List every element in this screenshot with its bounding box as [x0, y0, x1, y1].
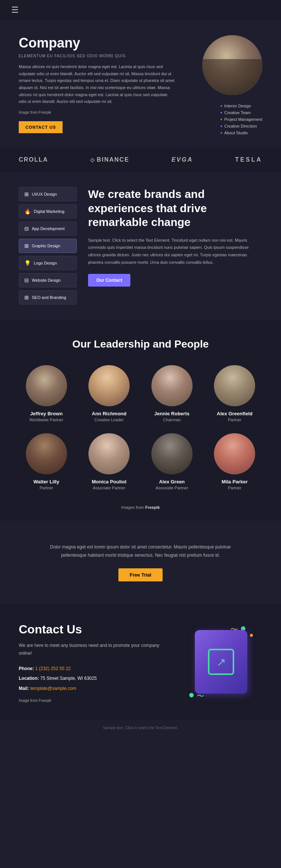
person-alex-greenfield: Alex Greenfield Partner — [207, 365, 263, 422]
service-uiux[interactable]: ⊞UI/UX Design — [19, 187, 77, 201]
navbar: ☰ — [0, 0, 281, 20]
cta-body: Dolor magna eget est lorem ipsum dolor s… — [47, 543, 234, 559]
brand-tesla: TESLA — [235, 156, 262, 163]
person-mila-parker: Mila Parker Partner — [207, 433, 263, 490]
services-section: ⊞UI/UX Design 🔥Digital Marketing ⊟App De… — [0, 172, 281, 320]
footer: Sample text. Click to select the Text El… — [0, 720, 281, 736]
service-logo-design[interactable]: 💡Logo Design — [19, 256, 77, 270]
contact-mail-row: Mail: template@sample.com — [19, 684, 172, 693]
person-role-jeffrey: Worldwide Partner — [30, 418, 63, 422]
services-body: Sample text. Click to select the Text El… — [88, 237, 262, 266]
people-grid: Jeffrey Brown Worldwide Partner Ann Rich… — [19, 365, 262, 490]
phone-label: Phone: — [19, 666, 34, 671]
hero-body: Massa ultrices mi quis hendrerit dolor m… — [19, 63, 176, 105]
contact-title: Contact Us — [19, 623, 172, 636]
hero-title: Company — [19, 35, 176, 51]
person-role-jennie: Chairman — [163, 418, 181, 422]
service-seo-branding[interactable]: ⊞SEO and Branding — [19, 290, 77, 305]
avatar-img-jennie — [151, 365, 193, 406]
brand-crolla: CROLLA — [19, 156, 48, 163]
freepik-link: Freepik — [145, 505, 160, 510]
service-digital-marketing[interactable]: 🔥Digital Marketing — [19, 204, 77, 218]
services-content: We create brands and experiences that dr… — [88, 187, 262, 305]
person-ann-richmond: Ann Richmond Creative Leader — [82, 365, 137, 422]
contact-phone-row: Phone: 1 (232) 252 55 22 — [19, 664, 172, 673]
avatar-img-mila — [214, 433, 255, 474]
mail-label: Mail: — [19, 686, 29, 691]
avatar-walter — [26, 433, 67, 474]
deco-dot-3 — [189, 693, 194, 697]
hero-subtitle: ELEMENTUM EU FACILISIS SED ODIO MORBI QU… — [19, 54, 176, 58]
hero-links-list: Interior Design Creative Team Project Ma… — [220, 103, 263, 136]
cta-section: Dolor magna eget est lorem ipsum dolor s… — [0, 521, 281, 604]
app-icon: ⊟ — [24, 226, 29, 232]
person-name-monica: Monica Pouliot — [92, 479, 126, 485]
link-about-studio[interactable]: About Studio — [220, 129, 263, 136]
link-project-management[interactable]: Project Management — [220, 116, 263, 123]
person-name-alex-g: Alex Greenfield — [217, 411, 253, 416]
person-alex-green: Alex Green Associate Partner — [144, 433, 200, 490]
leadership-title: Our Leadership and People — [19, 338, 262, 350]
avatar-img-alex-green — [151, 433, 193, 474]
deco-swirl-2: 〜 — [197, 691, 204, 701]
person-name-jeffrey: Jeffrey Brown — [30, 411, 63, 416]
link-creative-team[interactable]: Creative Team — [220, 109, 263, 116]
services-buttons: ⊞UI/UX Design 🔥Digital Marketing ⊟App De… — [19, 187, 77, 305]
avatar-img-walter — [26, 433, 67, 474]
avatar-img-monica — [88, 433, 130, 474]
uiux-icon: ⊞ — [24, 191, 29, 197]
hero-image-source: Image from Freepik — [19, 110, 176, 114]
avatar-monica — [88, 433, 130, 474]
contact-intro: We are here to meet any business need an… — [19, 642, 172, 657]
hero-left: Company ELEMENTUM EU FACILISIS SED ODIO … — [19, 35, 176, 136]
website-icon: ⊟ — [24, 277, 29, 283]
avatar-mila — [214, 433, 255, 474]
avatar-alex-green — [151, 433, 193, 474]
service-graphic-design[interactable]: ⊞Graphic Design — [19, 239, 77, 253]
brands-section: CROLLA BINANCE EVGA TESLA — [0, 147, 281, 172]
logo-icon: 💡 — [24, 260, 31, 266]
hero-section: Company ELEMENTUM EU FACILISIS SED ODIO … — [0, 20, 281, 147]
link-interior-design[interactable]: Interior Design — [220, 103, 263, 109]
hero-image — [202, 35, 262, 95]
brand-evga: EVGA — [172, 156, 193, 163]
person-role-alex-g: Partner — [228, 418, 241, 422]
service-app-dev[interactable]: ⊟App Development — [19, 221, 77, 236]
avatar-img-jeffrey — [26, 365, 67, 406]
free-trial-button[interactable]: Free Trial — [118, 568, 163, 581]
chart-3d-visual: 〜 〜 — [185, 623, 257, 705]
person-name-alex-green: Alex Green — [159, 479, 185, 485]
person-name-walter: Walter Lilly — [33, 479, 59, 485]
leadership-image-note: Images from Freepik — [19, 505, 262, 510]
link-creative-direction[interactable]: Creative Direction — [220, 123, 263, 129]
avatar-alex-g — [214, 365, 255, 406]
person-role-ann: Creative Leader — [94, 418, 124, 422]
menu-icon[interactable]: ☰ — [11, 5, 19, 15]
contact-right: 〜 〜 — [180, 623, 262, 705]
brand-binance: BINANCE — [90, 156, 129, 163]
our-contact-button[interactable]: Our Contact — [88, 274, 130, 287]
location-label: Location: — [19, 676, 39, 681]
person-name-ann: Ann Richmond — [92, 411, 126, 416]
avatar-jeffrey — [26, 365, 67, 406]
person-walter-lilly: Walter Lilly Partner — [19, 433, 74, 490]
graphic-icon: ⊞ — [24, 243, 29, 249]
contact-section: Contact Us We are here to meet any busin… — [0, 604, 281, 720]
seo-icon: ⊞ — [24, 294, 29, 300]
avatar-jennie — [151, 365, 193, 406]
person-role-alex-green: Associate Partner — [155, 486, 188, 490]
avatar-img-ann — [88, 365, 130, 406]
person-role-walter: Partner — [40, 486, 53, 490]
person-jennie-roberts: Jennie Roberts Chairman — [144, 365, 200, 422]
deco-dot-2 — [250, 634, 253, 637]
service-website-design[interactable]: ⊟Website Design — [19, 273, 77, 287]
location-value: 75 Street Sample, WI 63025 — [40, 676, 97, 681]
contact-left: Contact Us We are here to meet any busin… — [19, 623, 172, 703]
person-name-mila: Mila Parker — [222, 479, 248, 485]
avatar-ann — [88, 365, 130, 406]
avatar-img-alex-g — [214, 365, 255, 406]
contact-us-button[interactable]: CONTACT US — [19, 121, 63, 133]
footer-text: Sample text. Click to select the Text El… — [19, 726, 262, 730]
phone-value: 1 (232) 252 55 22 — [35, 666, 71, 671]
chart-body — [195, 630, 247, 694]
